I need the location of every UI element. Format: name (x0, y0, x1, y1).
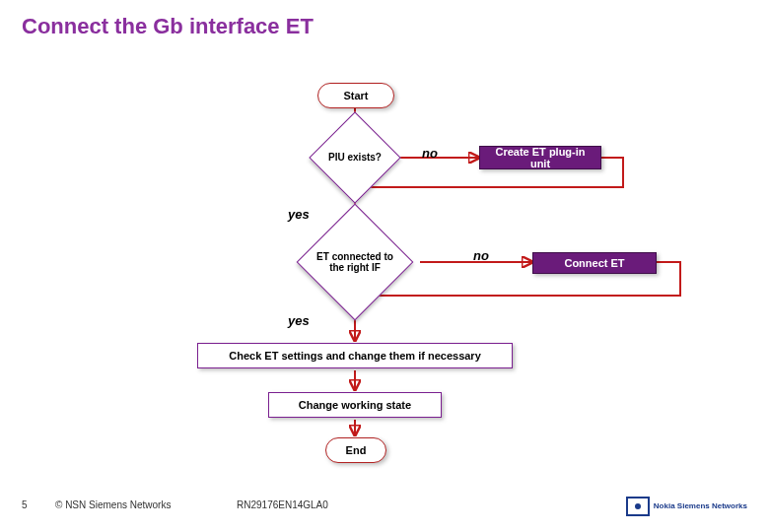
brand-logo-text: Nokia Siemens Networks (654, 502, 747, 510)
node-process-connect-et: Connect ET (532, 252, 657, 274)
node-process-connect-et-label: Connect ET (564, 257, 624, 269)
node-decision-et-connected-label: ET connected to the right IF (314, 251, 396, 274)
node-change-working-state: Change working state (268, 392, 442, 418)
edge-label-yes-2: yes (288, 313, 310, 328)
node-decision-piu: PIU exists? (322, 125, 387, 190)
brand-logo: Nokia Siemens Networks (626, 497, 747, 516)
footer-copyright: © NSN Siemens Networks (55, 499, 171, 510)
footer-doc-id: RN29176EN14GLA0 (237, 499, 328, 510)
edge-label-yes-1: yes (288, 207, 310, 222)
page-title: Connect the Gb interface ET (22, 14, 314, 39)
brand-logo-icon (626, 497, 650, 516)
footer-page-number: 5 (22, 499, 28, 510)
node-start-label: Start (343, 90, 368, 101)
edge-label-no-1: no (422, 146, 438, 161)
node-end: End (325, 437, 386, 463)
node-decision-piu-label: PIU exists? (328, 152, 382, 164)
node-decision-et-connected: ET connected to the right IF (314, 221, 396, 303)
node-process-create-et-label: Create ET plug-in unit (486, 146, 594, 169)
node-check-et-settings: Check ET settings and change them if nec… (197, 343, 513, 368)
node-process-create-et: Create ET plug-in unit (479, 146, 601, 169)
node-change-working-state-label: Change working state (299, 399, 411, 411)
node-check-et-settings-label: Check ET settings and change them if nec… (229, 350, 481, 362)
node-end-label: End (346, 444, 367, 456)
node-start: Start (317, 83, 394, 108)
edge-label-no-2: no (473, 248, 489, 263)
